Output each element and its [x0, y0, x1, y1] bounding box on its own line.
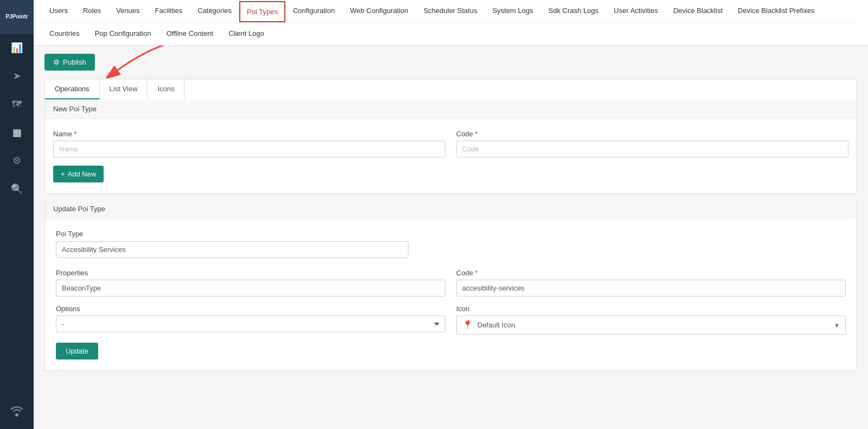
code-input[interactable]	[456, 141, 848, 157]
nav-sdk-crash-logs[interactable]: Sdk Crash Logs	[541, 0, 607, 22]
publish-icon: ⚙	[53, 58, 60, 66]
tab-bar: Operations List View Icons	[44, 79, 857, 99]
nav-facilities[interactable]: Facilities	[148, 0, 190, 22]
svg-point-0	[15, 413, 18, 417]
code-label: Code *	[456, 130, 848, 138]
sidebar: PJ Pointr 📊 ➤ 🗺 ▦ ⚙ 🔍	[0, 0, 34, 429]
tab-list-view[interactable]: List View	[100, 79, 148, 99]
nav-client-logo[interactable]: Client Logo	[221, 23, 272, 45]
options-label: Options	[56, 305, 445, 313]
poi-type-section: Poi Type	[56, 230, 846, 258]
options-select[interactable]: -	[56, 316, 445, 332]
nav-system-logs[interactable]: System Logs	[485, 0, 541, 22]
nav-roles[interactable]: Roles	[75, 0, 108, 22]
name-input[interactable]	[53, 141, 445, 157]
nav-user-activities[interactable]: User Activities	[606, 0, 666, 22]
nav-web-configuration[interactable]: Web Configuration	[342, 0, 416, 22]
icon-label: Icon	[456, 305, 846, 313]
plus-icon: +	[61, 170, 65, 178]
content-area: ⚙ Publish Operations List View Icons	[34, 46, 868, 429]
properties-input[interactable]	[56, 280, 445, 296]
icon-form-group: Icon 📍 Default Icon ▼	[456, 305, 846, 335]
nav-row2: Countries Pop Configuration Offline Cont…	[42, 22, 860, 45]
nav-configuration[interactable]: Configuration	[285, 0, 342, 22]
new-poi-panel-body: Name * Code *	[45, 119, 857, 193]
main-area: Users Roles Venues Facilities Categories…	[34, 0, 868, 429]
map-icon[interactable]: 🗺	[0, 90, 34, 118]
code-required: *	[475, 130, 478, 138]
poi-type-label: Poi Type	[56, 230, 846, 238]
new-poi-panel: New Poi Type Name * Cod	[44, 99, 857, 194]
name-label: Name *	[53, 130, 445, 138]
update-poi-panel: Update Poi Type Poi Type Properties	[44, 199, 857, 371]
navigation-icon[interactable]: ➤	[0, 62, 34, 90]
update-poi-panel-header: Update Poi Type	[45, 199, 857, 219]
logo[interactable]: PJ Pointr	[0, 0, 34, 34]
nav-venues[interactable]: Venues	[108, 0, 147, 22]
search-icon[interactable]: 🔍	[0, 175, 34, 203]
dashboard-icon[interactable]: ▦	[0, 118, 34, 147]
code-update-input[interactable]	[456, 280, 846, 296]
new-poi-panel-header: New Poi Type	[45, 99, 857, 119]
properties-code-row: Properties Code *	[56, 269, 846, 296]
nav-offline-content[interactable]: Offline Content	[159, 23, 221, 45]
top-nav: Users Roles Venues Facilities Categories…	[34, 0, 868, 46]
nav-users[interactable]: Users	[42, 0, 75, 22]
code-update-label: Code *	[456, 269, 846, 277]
update-button[interactable]: Update	[56, 343, 98, 359]
tab-operations[interactable]: Operations	[45, 79, 100, 99]
icon-dropdown[interactable]: 📍 Default Icon ▼	[456, 316, 846, 335]
add-new-button[interactable]: + Add New	[53, 166, 104, 182]
chart-icon[interactable]: 📊	[0, 34, 34, 62]
chevron-down-icon: ▼	[834, 322, 840, 329]
tab-icons[interactable]: Icons	[148, 79, 184, 99]
signal-icon	[0, 395, 34, 429]
nav-scheduler-status[interactable]: Scheduler Status	[416, 0, 485, 22]
name-required: *	[74, 130, 76, 138]
update-poi-panel-body: Poi Type Properties Code *	[45, 219, 857, 370]
nav-row1: Users Roles Venues Facilities Categories…	[42, 0, 860, 22]
map-pin-icon: 📍	[462, 320, 473, 330]
new-poi-form-row: Name * Code *	[53, 130, 848, 157]
nav-categories[interactable]: Categories	[190, 0, 239, 22]
options-icon-row: Options - Icon 📍 Default Icon	[56, 305, 846, 335]
nav-pop-configuration[interactable]: Pop Configuration	[87, 23, 159, 45]
code-form-group: Code *	[456, 130, 848, 157]
arrow-annotation	[101, 46, 188, 78]
properties-form-group: Properties	[56, 269, 445, 296]
icon-dropdown-left: 📍 Default Icon	[462, 320, 515, 330]
nav-device-blacklist-prefixes[interactable]: Device Blacklist Prefixes	[730, 0, 822, 22]
settings-icon[interactable]: ⚙	[0, 147, 34, 175]
publish-area: ⚙ Publish	[44, 54, 857, 71]
nav-device-blacklist[interactable]: Device Blacklist	[666, 0, 730, 22]
publish-button[interactable]: ⚙ Publish	[44, 54, 95, 71]
properties-label: Properties	[56, 269, 445, 277]
code-update-form-group: Code *	[456, 269, 846, 296]
nav-poi-types[interactable]: Poi Types	[239, 1, 285, 22]
nav-countries[interactable]: Countries	[42, 23, 87, 45]
options-form-group: Options -	[56, 305, 445, 335]
tab-container: Operations List View Icons New Poi Type …	[44, 79, 857, 371]
poi-type-input[interactable]	[56, 241, 409, 258]
name-form-group: Name *	[53, 130, 445, 157]
